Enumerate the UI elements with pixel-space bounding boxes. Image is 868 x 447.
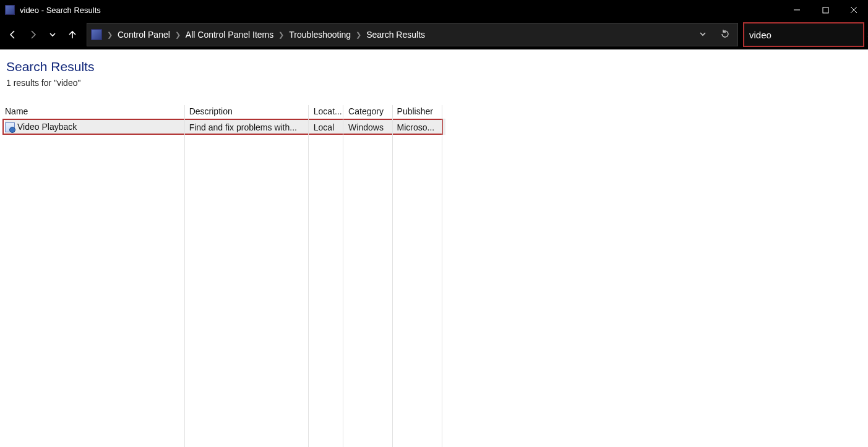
address-bar[interactable]: ❯ Control Panel ❯ All Control Panel Item… xyxy=(87,23,738,46)
table-header-row: Name Description Locat... Category Publi… xyxy=(5,105,445,119)
cell-publisher: Microso... xyxy=(397,119,445,135)
chevron-right-icon[interactable]: ❯ xyxy=(107,31,113,39)
table-row[interactable]: Video Playback Find and fix problems wit… xyxy=(5,119,445,135)
page-title: Search Results xyxy=(6,59,863,74)
column-header-name[interactable]: Name xyxy=(5,105,189,119)
breadcrumb-item[interactable]: Search Results xyxy=(366,30,425,40)
minimize-button[interactable] xyxy=(783,0,811,20)
column-separator xyxy=(184,105,185,447)
column-header-category[interactable]: Category xyxy=(348,105,397,119)
breadcrumb-item[interactable]: All Control Panel Items xyxy=(186,30,273,40)
breadcrumb-item[interactable]: Control Panel xyxy=(118,30,170,40)
column-header-publisher[interactable]: Publisher xyxy=(397,105,445,119)
column-separator xyxy=(308,105,309,447)
troubleshooter-icon xyxy=(5,122,15,132)
breadcrumb-item[interactable]: Troubleshooting xyxy=(289,30,351,40)
chevron-right-icon[interactable]: ❯ xyxy=(175,31,181,39)
title-bar: video - Search Results xyxy=(0,0,868,20)
svg-rect-1 xyxy=(823,7,828,13)
maximize-button[interactable] xyxy=(811,0,840,20)
nav-bar: ❯ Control Panel ❯ All Control Panel Item… xyxy=(0,20,868,49)
results-summary: 1 results for "video" xyxy=(6,78,863,88)
chevron-right-icon[interactable]: ❯ xyxy=(278,31,284,39)
app-icon xyxy=(5,5,15,15)
location-icon xyxy=(91,29,102,40)
results-table: Name Description Locat... Category Publi… xyxy=(5,105,445,135)
content-area: Search Results 1 results for "video" Nam… xyxy=(0,49,868,447)
chevron-right-icon[interactable]: ❯ xyxy=(356,31,361,39)
search-input[interactable] xyxy=(749,30,867,40)
cell-description: Find and fix problems with... xyxy=(189,119,314,135)
cell-category: Windows xyxy=(348,119,397,135)
column-separator xyxy=(442,105,442,447)
address-dropdown-button[interactable] xyxy=(694,30,711,40)
close-button[interactable] xyxy=(840,0,868,20)
results-table-wrap: Name Description Locat... Category Publi… xyxy=(5,105,863,135)
column-header-description[interactable]: Description xyxy=(189,105,314,119)
search-box[interactable]: ✕ xyxy=(743,22,864,47)
column-separator xyxy=(343,105,343,447)
recent-locations-button[interactable] xyxy=(43,25,62,44)
cell-name: Video Playback xyxy=(5,119,189,135)
row-name-text: Video Playback xyxy=(17,122,77,132)
cell-location: Local xyxy=(314,119,348,135)
forward-button[interactable] xyxy=(24,25,42,44)
window-title: video - Search Results xyxy=(20,6,101,15)
up-button[interactable] xyxy=(63,25,82,44)
column-separator xyxy=(392,105,393,447)
column-header-location[interactable]: Locat... xyxy=(314,105,348,119)
refresh-button[interactable] xyxy=(716,29,734,41)
back-button[interactable] xyxy=(4,25,22,44)
